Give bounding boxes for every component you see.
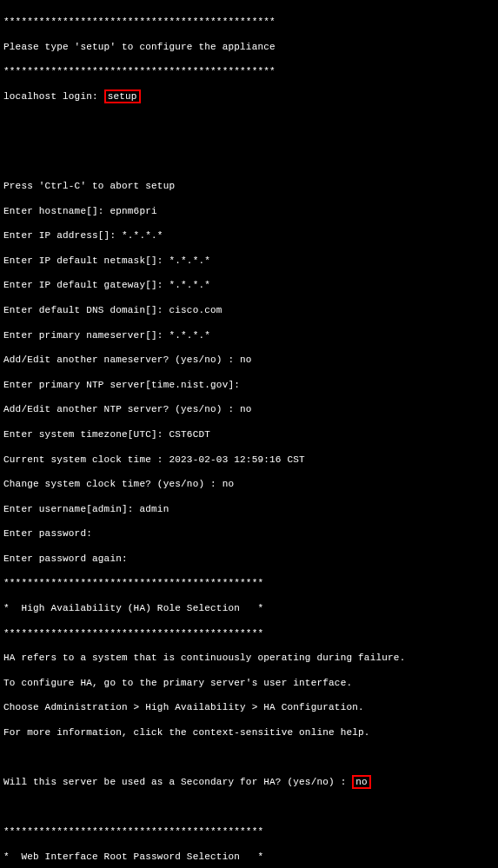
login-value-highlighted: setup <box>104 89 141 103</box>
ha-question-line[interactable]: Will this server be used as a Secondary … <box>3 776 495 788</box>
setup-ntp[interactable]: Enter primary NTP server[time.nist.gov]: <box>3 379 495 391</box>
blank-line <box>3 752 495 764</box>
ha-border-top: ****************************************… <box>3 577 495 589</box>
setup-abort: Press 'Ctrl-C' to abort setup <box>3 180 495 192</box>
login-label: localhost login: <box>3 91 104 102</box>
blank-line <box>3 801 495 813</box>
setup-username[interactable]: Enter username[admin]: admin <box>3 503 495 515</box>
web-title: * Web Interface Root Password Selection … <box>3 851 495 863</box>
header-border-bottom: ****************************************… <box>3 65 495 77</box>
setup-primary-ns[interactable]: Enter primary nameserver[]: *.*.*.* <box>3 329 495 341</box>
setup-dns-domain[interactable]: Enter default DNS domain[]: cisco.com <box>3 304 495 316</box>
setup-add-ns[interactable]: Add/Edit another nameserver? (yes/no) : … <box>3 354 495 366</box>
setup-add-ntp[interactable]: Add/Edit another NTP server? (yes/no) : … <box>3 403 495 415</box>
ha-desc3: Choose Administration > High Availabilit… <box>3 701 495 713</box>
setup-tz[interactable]: Enter system timezone[UTC]: CST6CDT <box>3 428 495 441</box>
setup-netmask[interactable]: Enter IP default netmask[]: *.*.*.* <box>3 255 495 267</box>
setup-clock-time: Current system clock time : 2023-02-03 1… <box>3 454 495 466</box>
login-line[interactable]: localhost login: setup <box>3 90 495 103</box>
setup-gateway[interactable]: Enter IP default gateway[]: *.*.*.* <box>3 279 495 291</box>
ha-question-value-highlighted: no <box>352 775 371 789</box>
ha-title: * High Availability (HA) Role Selection … <box>3 602 495 614</box>
setup-password-again[interactable]: Enter password again: <box>3 553 495 565</box>
ha-question-label: Will this server be used as a Secondary … <box>3 777 352 787</box>
web-border-top: ****************************************… <box>3 825 495 838</box>
setup-password[interactable]: Enter password: <box>3 527 495 540</box>
ha-desc1: HA refers to a system that is continuous… <box>3 652 495 664</box>
ha-border-bottom: ****************************************… <box>3 627 495 639</box>
ha-desc4: For more information, click the context-… <box>3 726 495 739</box>
setup-ipaddr[interactable]: Enter IP address[]: *.*.*.* <box>3 229 495 242</box>
ha-desc2: To configure HA, go to the primary serve… <box>3 677 495 689</box>
terminal-output: ****************************************… <box>3 3 495 868</box>
setup-change-clock[interactable]: Change system clock time? (yes/no) : no <box>3 478 495 490</box>
setup-hostname[interactable]: Enter hostname[]: epnm6pri <box>3 205 495 217</box>
header-prompt: Please type 'setup' to configure the app… <box>3 41 495 53</box>
header-border-top: ****************************************… <box>3 16 495 28</box>
